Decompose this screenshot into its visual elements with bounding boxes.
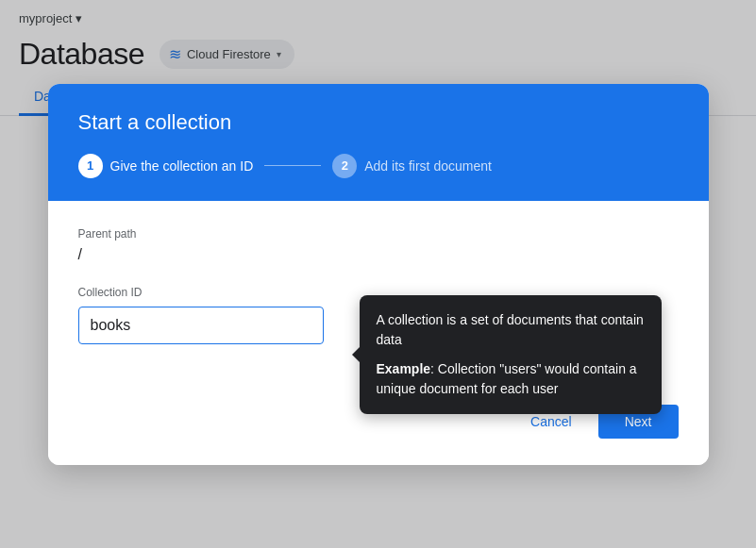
modal-header: Start a collection 1 Give the collection… (48, 84, 709, 201)
step-1-circle: 1 (78, 154, 103, 178)
collection-id-input[interactable] (78, 307, 324, 344)
step-1-label: Give the collection an ID (110, 158, 254, 174)
modal-title: Start a collection (78, 110, 679, 135)
step-2-label: Add its first document (364, 158, 492, 174)
step-2: 2 Add its first document (332, 154, 492, 178)
tooltip-example-bold: Example (377, 361, 431, 376)
tooltip-example: Example: Collection "users" would contai… (377, 359, 645, 399)
step-indicator: 1 Give the collection an ID 2 Add its fi… (78, 154, 679, 178)
parent-path-value: / (78, 246, 679, 263)
tooltip-main-text: A collection is a set of documents that … (377, 310, 645, 350)
step-divider (264, 165, 321, 166)
parent-path-label: Parent path (78, 227, 679, 241)
modal-overlay: Start a collection 1 Give the collection… (0, 0, 756, 548)
modal-body: Parent path / Collection ID A collection… (48, 201, 709, 390)
step-1: 1 Give the collection an ID (78, 154, 254, 178)
step-2-circle: 2 (332, 154, 357, 178)
start-collection-modal: Start a collection 1 Give the collection… (48, 84, 709, 465)
tooltip: A collection is a set of documents that … (360, 295, 662, 414)
page-background: myproject ▾ Database ≋ Cloud Firestore ▾… (0, 0, 756, 548)
